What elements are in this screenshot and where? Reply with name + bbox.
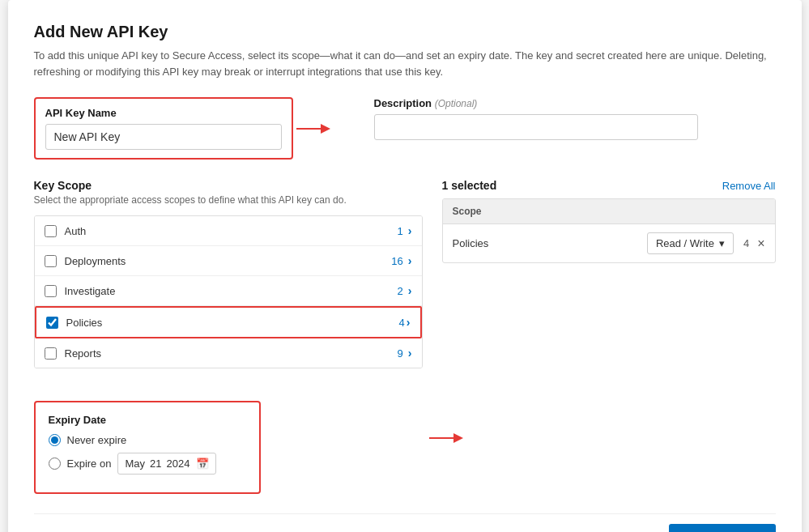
date-month: May (125, 458, 145, 470)
scope-checkbox-policies[interactable] (46, 317, 58, 329)
red-arrow-expiry-icon (429, 430, 465, 446)
modal-title: Add New API Key (34, 23, 776, 41)
scope-selected-num: 4 (743, 237, 749, 249)
name-description-row: API Key Name Description (Optional) (34, 97, 776, 160)
scope-chevron-auth[interactable]: › (408, 224, 412, 237)
scope-list: Auth 1 › Deployments 16 › Investigate 2 … (34, 215, 423, 368)
scope-name-reports: Reports (65, 347, 398, 360)
scope-item-auth[interactable]: Auth 1 › (35, 216, 422, 246)
calendar-icon[interactable]: 📅 (196, 458, 209, 470)
scope-count-reports: 9 (398, 347, 403, 360)
api-key-name-input[interactable] (45, 124, 282, 150)
api-key-name-group: API Key Name (34, 97, 293, 160)
scope-section-title: Key Scope (34, 179, 423, 192)
scope-section-desc: Select the appropriate access scopes to … (34, 194, 423, 206)
scope-checkbox-reports[interactable] (45, 347, 57, 360)
scope-count-policies: 4 (399, 317, 405, 329)
remove-all-button[interactable]: Remove All (722, 180, 776, 192)
red-arrow-icon (296, 121, 332, 137)
selected-scope-name-policies: Policies (453, 237, 647, 249)
api-key-name-label: API Key Name (45, 107, 282, 119)
scope-name-auth: Auth (65, 225, 398, 237)
expire-on-label: Expire on (67, 458, 112, 470)
selected-header: 1 selected Remove All (442, 179, 776, 192)
modal-footer: CANCEL CREATE KEY (34, 513, 776, 532)
expire-on-radio[interactable] (49, 458, 61, 470)
scope-checkbox-auth[interactable] (45, 225, 57, 237)
description-input[interactable] (374, 114, 698, 140)
scope-item-reports[interactable]: Reports 9 › (35, 338, 422, 368)
scope-item-policies[interactable]: Policies 4 › (35, 306, 422, 338)
scope-remove-button[interactable]: × (757, 236, 764, 251)
main-content: Key Scope Select the appropriate access … (34, 179, 776, 494)
description-group: Description (Optional) (374, 97, 698, 160)
scope-name-policies: Policies (66, 317, 399, 329)
expiry-title: Expiry Date (49, 414, 246, 426)
scope-count-deployments: 16 (391, 255, 402, 267)
selected-table-header: Scope (443, 199, 775, 224)
expire-on-row[interactable]: Expire on May 21 2024 📅 (49, 453, 246, 475)
scope-checkbox-deployments[interactable] (45, 255, 57, 267)
scope-item-investigate[interactable]: Investigate 2 › (35, 276, 422, 306)
description-label: Description (Optional) (374, 97, 698, 109)
create-key-button[interactable]: CREATE KEY (669, 524, 776, 532)
scope-access-label: Read / Write (656, 237, 714, 249)
arrow-annotation-name (296, 121, 332, 137)
scope-item-deployments[interactable]: Deployments 16 › (35, 246, 422, 276)
date-day: 21 (150, 458, 161, 470)
scope-chevron-reports[interactable]: › (408, 347, 412, 360)
scope-chevron-policies[interactable]: › (407, 316, 411, 329)
key-scope-panel: Key Scope Select the appropriate access … (34, 179, 423, 494)
date-parts: May 21 2024 (125, 458, 189, 470)
cancel-button[interactable]: CANCEL (34, 526, 80, 532)
scope-count-auth: 1 (398, 225, 403, 237)
modal-description: To add this unique API key to Secure Acc… (34, 48, 776, 79)
dropdown-arrow-icon: ▾ (719, 237, 725, 249)
selected-scope-table: Scope Policies Read / Write ▾ 4 × (442, 198, 776, 263)
never-expire-label: Never expire (67, 434, 127, 446)
scope-checkbox-investigate[interactable] (45, 285, 57, 297)
scope-count-investigate: 2 (398, 285, 403, 297)
date-year: 2024 (166, 458, 189, 470)
selected-count: 1 selected (442, 179, 497, 192)
add-api-key-modal: Add New API Key To add this unique API k… (8, 0, 802, 532)
arrow-annotation-expiry (429, 430, 465, 449)
scope-access-dropdown[interactable]: Read / Write ▾ (647, 232, 734, 254)
expiry-section-wrapper: Expiry Date Never expire Expire on May 2… (34, 385, 423, 494)
never-expire-row[interactable]: Never expire (49, 434, 246, 446)
scope-name-investigate: Investigate (65, 285, 398, 297)
expiry-section: Expiry Date Never expire Expire on May 2… (34, 401, 261, 494)
scope-chevron-deployments[interactable]: › (408, 254, 412, 267)
date-picker-box[interactable]: May 21 2024 📅 (117, 453, 216, 475)
selected-scopes-panel: 1 selected Remove All Scope Policies Rea… (442, 179, 776, 494)
never-expire-radio[interactable] (49, 434, 61, 446)
scope-name-deployments: Deployments (65, 255, 392, 267)
selected-scope-row-policies: Policies Read / Write ▾ 4 × (443, 224, 775, 262)
scope-chevron-investigate[interactable]: › (408, 284, 412, 297)
